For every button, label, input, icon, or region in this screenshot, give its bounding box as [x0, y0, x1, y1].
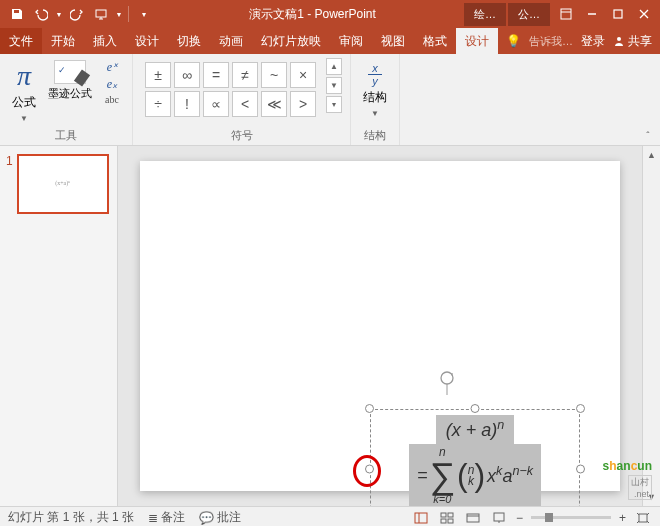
symbol-gallery: ± ∞ = ≠ ~ × ÷ ! ∝ < ≪ >	[141, 58, 320, 121]
tell-me-input[interactable]: 告诉我…	[529, 34, 573, 49]
qat-dropdown-icon[interactable]: ▼	[114, 3, 124, 25]
tab-design[interactable]: 设计	[126, 28, 168, 54]
resize-handle[interactable]	[471, 404, 480, 413]
structures-button[interactable]: xy 结构▼	[359, 58, 391, 122]
slide-counter[interactable]: 幻灯片 第 1 张，共 1 张	[8, 509, 134, 526]
quick-access-toolbar: ▼ ▼ ▾	[0, 3, 161, 25]
svg-rect-11	[441, 519, 446, 523]
symbol-cell[interactable]: =	[203, 62, 229, 88]
gallery-scroll-up-icon[interactable]: ▲	[326, 58, 342, 75]
symbol-cell[interactable]: ±	[145, 62, 171, 88]
resize-handle[interactable]	[365, 404, 374, 413]
undo-dropdown-icon[interactable]: ▼	[54, 3, 64, 25]
symbol-cell[interactable]: >	[290, 91, 316, 117]
normal-text-button[interactable]: abc	[102, 94, 122, 105]
vertical-scrollbar[interactable]: ▲ ▼	[642, 146, 660, 506]
binomial: ( nk )	[457, 457, 485, 494]
equation-content[interactable]: (x + a)n = n ∑ k=0 ( nk ) xk	[378, 415, 572, 506]
gallery-expand-icon[interactable]: ▾	[326, 96, 342, 113]
ink-icon: ✓	[54, 60, 86, 84]
slide-thumbnail[interactable]: (x+a)ⁿ	[17, 154, 109, 214]
notes-button[interactable]: ≣ 备注	[148, 509, 185, 526]
symbol-cell[interactable]: ~	[261, 62, 287, 88]
signin-link[interactable]: 登录	[581, 33, 605, 50]
comments-button[interactable]: 💬 批注	[199, 509, 241, 526]
tab-insert[interactable]: 插入	[84, 28, 126, 54]
undo-icon[interactable]	[30, 3, 52, 25]
redo-icon[interactable]	[66, 3, 88, 25]
symbol-cell[interactable]: ≠	[232, 62, 258, 88]
symbol-cell[interactable]: <	[232, 91, 258, 117]
maximize-icon[interactable]	[606, 3, 630, 25]
zoom-in-button[interactable]: +	[619, 511, 626, 525]
gallery-scroll-down-icon[interactable]: ▼	[326, 77, 342, 94]
title-bar: ▼ ▼ ▾ 演示文稿1 - PowerPoint 绘… 公…	[0, 0, 660, 28]
resize-handle[interactable]	[576, 465, 585, 474]
chevron-down-icon: ▼	[20, 114, 28, 123]
close-icon[interactable]	[632, 3, 656, 25]
tab-file[interactable]: 文件	[0, 28, 42, 54]
symbol-cell[interactable]: ×	[290, 62, 316, 88]
svg-rect-3	[614, 10, 622, 18]
group-label-structures: 结构	[364, 126, 386, 145]
group-label-tools: 工具	[55, 126, 77, 145]
tab-view[interactable]: 视图	[372, 28, 414, 54]
symbol-cell[interactable]: ≪	[261, 91, 287, 117]
tab-animations[interactable]: 动画	[210, 28, 252, 54]
tab-slideshow[interactable]: 幻灯片放映	[252, 28, 330, 54]
status-bar: 幻灯片 第 1 张，共 1 张 ≣ 备注 💬 批注 − +	[0, 506, 660, 526]
tell-me-bulb-icon: 💡	[506, 34, 521, 48]
zoom-out-button[interactable]: −	[516, 511, 523, 525]
svg-rect-13	[467, 514, 479, 522]
tab-equation-design[interactable]: 设计	[456, 28, 498, 54]
resize-handle[interactable]	[576, 404, 585, 413]
svg-rect-9	[441, 513, 446, 517]
start-slideshow-icon[interactable]	[90, 3, 112, 25]
contextual-tab-drawing[interactable]: 绘…	[464, 3, 506, 26]
ribbon-options-icon[interactable]	[554, 3, 578, 25]
linear-format-button[interactable]: eₓ	[102, 77, 122, 92]
tab-transitions[interactable]: 切换	[168, 28, 210, 54]
contextual-tab-equation[interactable]: 公…	[508, 3, 550, 26]
tab-format[interactable]: 格式	[414, 28, 456, 54]
symbol-cell[interactable]: ∞	[174, 62, 200, 88]
equation-object[interactable]: (x + a)n = n ∑ k=0 ( nk ) xk	[370, 409, 580, 506]
zoom-thumb[interactable]	[545, 513, 553, 522]
svg-point-5	[441, 372, 453, 384]
slideshow-view-icon[interactable]	[490, 510, 508, 526]
svg-rect-15	[494, 513, 504, 521]
ribbon-group-symbols: ± ∞ = ≠ ~ × ÷ ! ∝ < ≪ > ▲ ▼	[133, 54, 351, 145]
scroll-down-icon[interactable]: ▼	[643, 488, 660, 506]
reading-view-icon[interactable]	[464, 510, 482, 526]
workspace: 1 (x+a)ⁿ (x + a)n	[0, 146, 660, 506]
tab-home[interactable]: 开始	[42, 28, 84, 54]
symbol-cell[interactable]: ÷	[145, 91, 171, 117]
scroll-up-icon[interactable]: ▲	[643, 146, 660, 164]
equation-button[interactable]: π 公式▼	[8, 58, 40, 125]
save-icon[interactable]	[6, 3, 28, 25]
sorter-view-icon[interactable]	[438, 510, 456, 526]
svg-rect-7	[415, 513, 427, 523]
ink-equation-button[interactable]: ✓ 墨迹公式	[44, 58, 96, 103]
rotate-handle-icon[interactable]	[438, 371, 456, 395]
fit-window-icon[interactable]	[634, 510, 652, 526]
fraction-icon: xy	[364, 62, 386, 87]
slide-number: 1	[6, 154, 13, 214]
slide-canvas[interactable]: (x + a)n = n ∑ k=0 ( nk ) xk	[140, 161, 620, 491]
symbol-cell[interactable]: !	[174, 91, 200, 117]
pi-icon: π	[17, 60, 31, 92]
qat-customize-icon[interactable]: ▾	[133, 3, 155, 25]
slide-thumbnail-panel: 1 (x+a)ⁿ	[0, 146, 118, 506]
professional-format-button[interactable]: eˣ	[102, 60, 122, 75]
tab-review[interactable]: 审阅	[330, 28, 372, 54]
minimize-icon[interactable]	[580, 3, 604, 25]
ribbon-group-structures: xy 结构▼ 结构	[351, 54, 400, 145]
chevron-down-icon: ▼	[371, 109, 379, 118]
normal-view-icon[interactable]	[412, 510, 430, 526]
symbol-cell[interactable]: ∝	[203, 91, 229, 117]
svg-rect-10	[448, 513, 453, 517]
collapse-ribbon-icon[interactable]: ˆ	[640, 129, 656, 143]
zoom-slider[interactable]	[531, 516, 611, 519]
slide-editor[interactable]: (x + a)n = n ∑ k=0 ( nk ) xk	[118, 146, 642, 506]
share-button[interactable]: 共享	[613, 33, 652, 50]
